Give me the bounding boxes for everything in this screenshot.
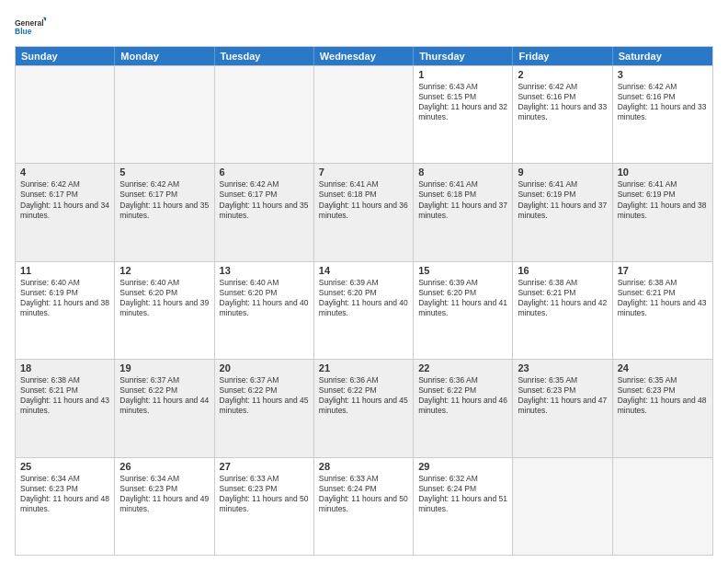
cell-day-number: 13 — [220, 265, 309, 276]
cell-info: Sunrise: 6:33 AMSunset: 6:23 PMDaylight:… — [220, 474, 309, 514]
cal-header-cell-wednesday: Wednesday — [314, 47, 414, 65]
cell-info: Sunrise: 6:42 AMSunset: 6:17 PMDaylight:… — [220, 179, 309, 220]
cal-header-cell-monday: Monday — [115, 47, 214, 65]
cell-day-number: 27 — [220, 461, 309, 472]
cell-day-number: 22 — [418, 362, 507, 373]
header: General Blue — [15, 11, 713, 42]
cell-day-number: 8 — [418, 167, 507, 178]
cal-cell: 10Sunrise: 6:41 AMSunset: 6:19 PMDayligh… — [613, 164, 712, 260]
cal-cell — [16, 66, 115, 163]
cell-info: Sunrise: 6:39 AMSunset: 6:20 PMDaylight:… — [319, 278, 408, 318]
cell-info: Sunrise: 6:37 AMSunset: 6:22 PMDaylight:… — [119, 375, 209, 416]
cal-header-cell-saturday: Saturday — [613, 47, 712, 65]
calendar: SundayMondayTuesdayWednesdayThursdayFrid… — [15, 46, 713, 556]
cell-info: Sunrise: 6:36 AMSunset: 6:22 PMDaylight:… — [418, 375, 507, 416]
cell-info: Sunrise: 6:41 AMSunset: 6:19 PMDaylight:… — [618, 179, 708, 220]
cell-day-number: 15 — [418, 265, 507, 276]
cell-info: Sunrise: 6:43 AMSunset: 6:15 PMDaylight:… — [418, 82, 507, 122]
logo-svg: General Blue — [15, 11, 46, 42]
cal-cell: 14Sunrise: 6:39 AMSunset: 6:20 PMDayligh… — [314, 262, 414, 359]
cal-cell: 27Sunrise: 6:33 AMSunset: 6:23 PMDayligh… — [215, 458, 314, 555]
cell-day-number: 3 — [618, 69, 708, 80]
cal-cell: 15Sunrise: 6:39 AMSunset: 6:20 PMDayligh… — [414, 262, 513, 359]
cal-cell: 13Sunrise: 6:40 AMSunset: 6:20 PMDayligh… — [215, 262, 314, 359]
cal-cell: 26Sunrise: 6:34 AMSunset: 6:23 PMDayligh… — [115, 458, 214, 555]
cell-day-number: 4 — [20, 167, 109, 178]
cell-day-number: 24 — [618, 362, 708, 373]
cell-info: Sunrise: 6:41 AMSunset: 6:18 PMDaylight:… — [418, 179, 507, 220]
cell-info: Sunrise: 6:39 AMSunset: 6:20 PMDaylight:… — [418, 278, 507, 318]
cal-row-2: 11Sunrise: 6:40 AMSunset: 6:19 PMDayligh… — [16, 261, 712, 359]
cell-info: Sunrise: 6:38 AMSunset: 6:21 PMDaylight:… — [618, 278, 708, 318]
cell-day-number: 5 — [119, 167, 209, 178]
cell-day-number: 16 — [518, 265, 607, 276]
cal-cell: 16Sunrise: 6:38 AMSunset: 6:21 PMDayligh… — [513, 262, 612, 359]
logo: General Blue — [15, 11, 46, 42]
cal-cell: 17Sunrise: 6:38 AMSunset: 6:21 PMDayligh… — [613, 262, 712, 359]
svg-text:General: General — [15, 18, 44, 28]
cell-info: Sunrise: 6:42 AMSunset: 6:16 PMDaylight:… — [518, 82, 607, 122]
cal-cell: 5Sunrise: 6:42 AMSunset: 6:17 PMDaylight… — [115, 164, 214, 260]
cell-day-number: 10 — [618, 167, 708, 178]
cell-day-number: 1 — [418, 69, 507, 80]
cell-day-number: 2 — [518, 69, 607, 80]
cell-info: Sunrise: 6:35 AMSunset: 6:23 PMDaylight:… — [618, 375, 708, 416]
svg-text:Blue: Blue — [15, 27, 32, 36]
cal-header-cell-thursday: Thursday — [414, 47, 513, 65]
cell-info: Sunrise: 6:36 AMSunset: 6:22 PMDaylight:… — [319, 375, 408, 416]
cal-row-3: 18Sunrise: 6:38 AMSunset: 6:21 PMDayligh… — [16, 359, 712, 456]
cal-header-cell-tuesday: Tuesday — [215, 47, 314, 65]
cal-cell: 12Sunrise: 6:40 AMSunset: 6:20 PMDayligh… — [115, 262, 214, 359]
cal-cell: 19Sunrise: 6:37 AMSunset: 6:22 PMDayligh… — [115, 360, 214, 456]
cal-row-1: 4Sunrise: 6:42 AMSunset: 6:17 PMDaylight… — [16, 163, 712, 260]
cal-cell: 4Sunrise: 6:42 AMSunset: 6:17 PMDaylight… — [16, 164, 115, 260]
cal-cell: 8Sunrise: 6:41 AMSunset: 6:18 PMDaylight… — [414, 164, 513, 260]
cal-cell: 25Sunrise: 6:34 AMSunset: 6:23 PMDayligh… — [16, 458, 115, 555]
cal-cell — [215, 66, 314, 163]
cell-info: Sunrise: 6:38 AMSunset: 6:21 PMDaylight:… — [518, 278, 607, 318]
cal-cell: 6Sunrise: 6:42 AMSunset: 6:17 PMDaylight… — [215, 164, 314, 260]
cell-day-number: 19 — [119, 362, 209, 373]
calendar-header: SundayMondayTuesdayWednesdayThursdayFrid… — [16, 47, 712, 65]
cal-cell: 1Sunrise: 6:43 AMSunset: 6:15 PMDaylight… — [414, 66, 513, 163]
cell-info: Sunrise: 6:34 AMSunset: 6:23 PMDaylight:… — [20, 474, 109, 514]
cell-day-number: 25 — [20, 461, 109, 472]
cell-info: Sunrise: 6:42 AMSunset: 6:17 PMDaylight:… — [119, 179, 209, 220]
cal-cell — [115, 66, 214, 163]
cal-cell: 23Sunrise: 6:35 AMSunset: 6:23 PMDayligh… — [513, 360, 612, 456]
cal-cell: 29Sunrise: 6:32 AMSunset: 6:24 PMDayligh… — [414, 458, 513, 555]
cell-day-number: 11 — [20, 265, 109, 276]
cell-info: Sunrise: 6:42 AMSunset: 6:16 PMDaylight:… — [618, 82, 708, 122]
cal-cell — [513, 458, 612, 555]
cell-info: Sunrise: 6:41 AMSunset: 6:18 PMDaylight:… — [319, 179, 408, 220]
cal-cell — [314, 66, 414, 163]
cell-info: Sunrise: 6:42 AMSunset: 6:17 PMDaylight:… — [20, 179, 109, 220]
cal-cell: 21Sunrise: 6:36 AMSunset: 6:22 PMDayligh… — [314, 360, 414, 456]
cal-cell: 20Sunrise: 6:37 AMSunset: 6:22 PMDayligh… — [215, 360, 314, 456]
cell-info: Sunrise: 6:40 AMSunset: 6:19 PMDaylight:… — [20, 278, 109, 318]
cal-cell: 9Sunrise: 6:41 AMSunset: 6:19 PMDaylight… — [513, 164, 612, 260]
cal-cell: 28Sunrise: 6:33 AMSunset: 6:24 PMDayligh… — [314, 458, 414, 555]
cal-cell: 2Sunrise: 6:42 AMSunset: 6:16 PMDaylight… — [513, 66, 612, 163]
cell-day-number: 17 — [618, 265, 708, 276]
cal-cell: 22Sunrise: 6:36 AMSunset: 6:22 PMDayligh… — [414, 360, 513, 456]
cell-info: Sunrise: 6:41 AMSunset: 6:19 PMDaylight:… — [518, 179, 607, 220]
cell-day-number: 26 — [119, 461, 209, 472]
cell-info: Sunrise: 6:32 AMSunset: 6:24 PMDaylight:… — [418, 474, 507, 514]
cell-info: Sunrise: 6:37 AMSunset: 6:22 PMDaylight:… — [220, 375, 309, 416]
cal-cell — [613, 458, 712, 555]
cell-info: Sunrise: 6:40 AMSunset: 6:20 PMDaylight:… — [220, 278, 309, 318]
cell-day-number: 20 — [220, 362, 309, 373]
cell-day-number: 6 — [220, 167, 309, 178]
cell-day-number: 18 — [20, 362, 109, 373]
cal-cell: 11Sunrise: 6:40 AMSunset: 6:19 PMDayligh… — [16, 262, 115, 359]
cell-day-number: 21 — [319, 362, 408, 373]
cell-info: Sunrise: 6:38 AMSunset: 6:21 PMDaylight:… — [20, 375, 109, 416]
cell-day-number: 28 — [319, 461, 408, 472]
cell-day-number: 7 — [319, 167, 408, 178]
cal-cell: 18Sunrise: 6:38 AMSunset: 6:21 PMDayligh… — [16, 360, 115, 456]
cell-day-number: 29 — [418, 461, 507, 472]
cal-row-0: 1Sunrise: 6:43 AMSunset: 6:15 PMDaylight… — [16, 65, 712, 163]
calendar-body: 1Sunrise: 6:43 AMSunset: 6:15 PMDaylight… — [16, 65, 712, 555]
cal-header-cell-friday: Friday — [513, 47, 612, 65]
